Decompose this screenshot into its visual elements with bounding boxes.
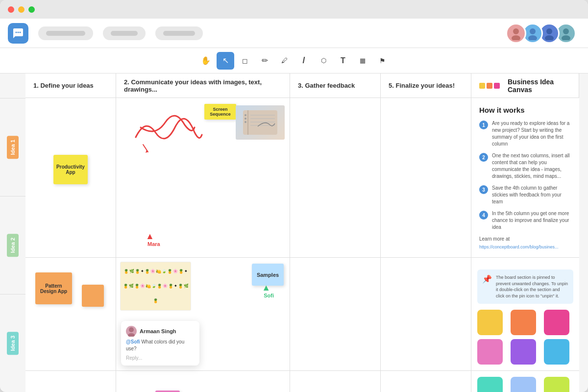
learn-more-link[interactable]: https://conceptboard.com/blog/busines... — [479, 245, 571, 249]
swatch-lime[interactable] — [544, 377, 569, 392]
svg-point-8 — [545, 35, 554, 40]
svg-point-2 — [20, 31, 21, 33]
nav-tab-3[interactable] — [155, 26, 203, 40]
svg-point-6 — [528, 35, 537, 40]
comment-popup[interactable]: Armaan Singh @Sofi What colors did you u… — [121, 321, 199, 366]
swatch-pink[interactable] — [544, 310, 569, 335]
color-swatches-row3 — [477, 377, 573, 392]
learn-more-label: Learn more at — [479, 236, 571, 243]
step-2-num: 2 — [479, 153, 488, 162]
eraser-tool[interactable]: ◻ — [236, 52, 254, 70]
title-bar — [0, 0, 588, 19]
swatch-blue[interactable] — [544, 339, 569, 365]
cell-r1-c2[interactable]: Screen Sequence — [116, 98, 290, 258]
cell-r1-c3[interactable] — [290, 98, 381, 258]
minimize-button[interactable] — [18, 6, 24, 13]
idea-3-label: Idea 3 — [7, 332, 19, 355]
icon-orange — [487, 83, 492, 89]
app-window: ✋ ↖ ◻ ✏ 🖊 / ⬡ T ▦ ⚑ Idea 1 Idea 2 Idea 3 — [0, 0, 588, 392]
swatch-orange[interactable] — [511, 310, 536, 335]
cell-r1-c1[interactable]: Productivity App — [25, 98, 116, 258]
row-label-2: Idea 2 — [0, 196, 25, 294]
col-header-text-3: 3. Gather feedback — [298, 82, 355, 89]
step-3: 3 Save the 4th column to gather stickies… — [479, 185, 571, 205]
col-header-text-1: 1. Define your ideas — [33, 82, 94, 89]
app-bar — [0, 19, 588, 48]
cell-r3-c1[interactable] — [25, 371, 116, 392]
swatch-lightblue[interactable] — [511, 377, 536, 392]
select-tool[interactable]: ↖ — [217, 52, 234, 70]
main-canvas: Idea 1 Idea 2 Idea 3 1. Define your idea… — [0, 74, 588, 392]
icon-pink — [494, 83, 500, 89]
sticky-pattern-design[interactable]: Pattern Design App — [35, 272, 72, 304]
col-header-3: 3. Gather feedback — [290, 74, 381, 98]
step-1-num: 1 — [479, 121, 488, 129]
avatar-1[interactable] — [506, 23, 526, 44]
line-tool[interactable]: / — [295, 52, 313, 70]
swatch-teal[interactable] — [477, 377, 503, 392]
toolbar: ✋ ↖ ◻ ✏ 🖊 / ⬡ T ▦ ⚑ — [0, 48, 588, 74]
pin-icon: 📌 — [482, 274, 492, 284]
how-it-works-title: How it works — [479, 106, 571, 114]
cell-r3-c3[interactable] — [290, 371, 381, 392]
text-tool[interactable]: T — [334, 52, 352, 70]
svg-point-19 — [245, 118, 246, 120]
comment-username: Armaan Singh — [140, 328, 176, 334]
row-label-1: Idea 1 — [0, 98, 25, 196]
maximize-button[interactable] — [28, 6, 35, 13]
step-2: 2 One the next two columns, insert all c… — [479, 152, 571, 180]
app-nav — [38, 26, 203, 40]
cell-r3-c4[interactable] — [381, 371, 471, 392]
svg-point-10 — [562, 35, 570, 40]
notebook-image — [236, 105, 285, 140]
step-3-text: Save the 4th column to gather stickies w… — [492, 185, 571, 205]
sidebar-r3 — [471, 371, 579, 392]
nav-tab-2[interactable] — [103, 26, 146, 40]
svg-point-20 — [245, 121, 246, 123]
pin-tool[interactable]: ⚑ — [373, 52, 391, 70]
svg-point-18 — [245, 114, 246, 116]
sidebar-title: Business Idea Canvas — [508, 78, 571, 94]
row-label-3: Idea 3 — [0, 294, 25, 392]
svg-point-0 — [16, 31, 17, 33]
step-1: 1 Are you ready to explore ideas for a n… — [479, 120, 571, 147]
hand-tool[interactable]: ✋ — [197, 52, 215, 70]
marker-tool[interactable]: 🖊 — [275, 52, 293, 70]
canvas-grid[interactable]: 1. Define your ideas 2. Communicate your… — [25, 74, 588, 392]
swatch-yellow[interactable] — [477, 310, 503, 335]
cell-r3-c2[interactable]: ▲ Brian — [116, 371, 290, 392]
sidebar-header: Business Idea Canvas — [471, 74, 579, 98]
app-bar-right — [511, 23, 580, 44]
note-tool[interactable]: ▦ — [354, 52, 371, 70]
step-4: 4 In the 5th column you get one more cha… — [479, 210, 571, 231]
svg-marker-11 — [146, 150, 148, 153]
cell-r2-c2[interactable]: 🍍🌿🍍✦🍍 🌸🍋🍃🍍🌸 🍍✦🍍🌿🍍 🌸🍋🍃🍍🌸 🍍✦🍍🌿🍍 Samples — [116, 258, 290, 371]
close-button[interactable] — [8, 6, 14, 13]
cell-r2-c4[interactable] — [381, 258, 471, 371]
col-header-text-2: 2. Communicate your ideas with images, t… — [124, 78, 282, 93]
nav-tab-1[interactable] — [38, 26, 93, 40]
sticky-productivity[interactable]: Productivity App — [53, 155, 88, 184]
pencil-tool[interactable]: ✏ — [256, 52, 273, 70]
step-2-text: One the next two columns, insert all con… — [492, 152, 571, 180]
svg-point-3 — [513, 28, 519, 34]
cell-r2-c3[interactable] — [290, 258, 381, 371]
cell-r2-c1[interactable]: Pattern Design App — [25, 258, 116, 371]
idea-1-label: Idea 1 — [7, 136, 19, 159]
svg-point-7 — [546, 28, 552, 34]
swatch-magenta[interactable] — [477, 339, 503, 365]
pin-text: The board section is pinned to prevent u… — [496, 274, 568, 299]
sticky-orange[interactable] — [82, 285, 104, 307]
step-4-text: In the 5th column you get one more chanc… — [492, 210, 571, 231]
svg-point-5 — [530, 28, 536, 34]
sticky-screen-seq[interactable]: Screen Sequence — [204, 104, 236, 120]
shape-tool[interactable]: ⬡ — [315, 52, 332, 70]
col-header-2: 2. Communicate your ideas with images, t… — [116, 74, 290, 98]
cursor-mara: ▲ Mara — [146, 232, 162, 247]
cell-r1-c4[interactable] — [381, 98, 471, 258]
sticky-samples[interactable]: Samples — [252, 264, 284, 286]
svg-point-22 — [128, 333, 135, 337]
swatch-purple[interactable] — [511, 339, 536, 365]
app-logo[interactable] — [8, 23, 28, 44]
comment-reply[interactable]: Reply... — [126, 355, 195, 361]
